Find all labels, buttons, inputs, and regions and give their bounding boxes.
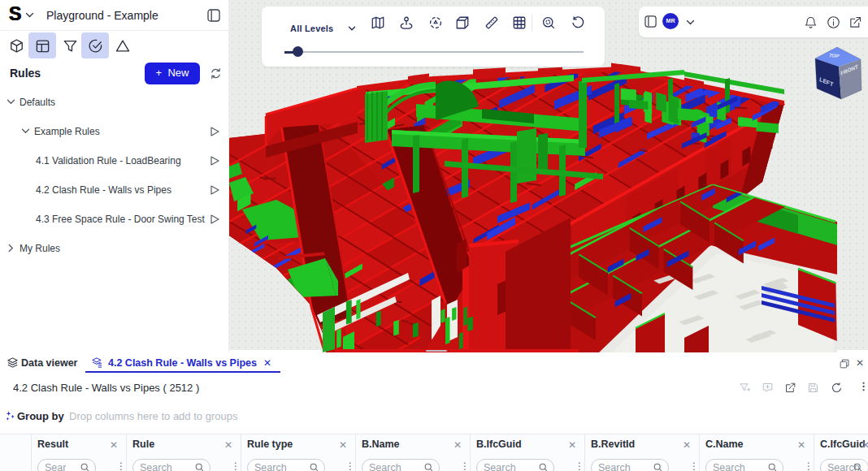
svg-text:TOP: TOP	[828, 52, 840, 58]
